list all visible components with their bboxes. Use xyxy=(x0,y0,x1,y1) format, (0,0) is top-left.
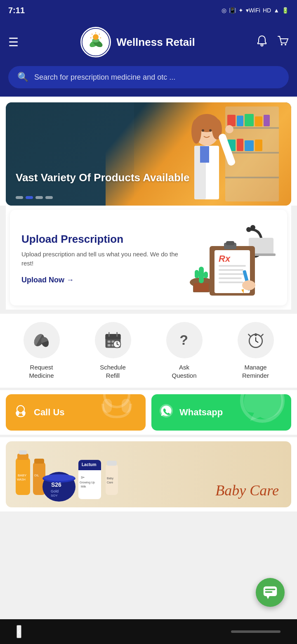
svg-point-36 xyxy=(209,129,212,132)
schedule-refill-label: ScheduleRefill xyxy=(100,363,126,379)
baby-products-svg: BABY WASH OIL S26 Gold SOY Lactum 3+ xyxy=(12,445,135,503)
svg-marker-124 xyxy=(266,596,269,599)
whatsapp-icon-svg xyxy=(159,403,174,418)
svg-text:3+: 3+ xyxy=(81,476,85,479)
upload-section: Upload Prescription Upload prescription … xyxy=(6,206,291,310)
baby-care-banner[interactable]: BABY WASH OIL S26 Gold SOY Lactum 3+ xyxy=(6,441,291,507)
dot-4[interactable] xyxy=(45,196,53,199)
svg-line-8 xyxy=(92,34,93,35)
svg-rect-46 xyxy=(219,265,246,267)
dot-3[interactable] xyxy=(35,196,43,199)
svg-point-61 xyxy=(242,280,255,290)
upload-now-button[interactable]: Upload Now → xyxy=(21,276,185,284)
request-medicine-label: RequestMedicine xyxy=(29,363,54,379)
chat-fab-button[interactable] xyxy=(256,578,285,607)
svg-rect-18 xyxy=(237,116,243,126)
upload-title: Upload Prescription xyxy=(21,233,185,246)
svg-rect-60 xyxy=(204,272,208,278)
chat-fab-icon xyxy=(263,585,278,600)
hero-banner: Vast Variety Of Products Available xyxy=(6,102,291,206)
vibrate-icon: 📳 xyxy=(229,7,236,14)
svg-rect-50 xyxy=(219,282,243,283)
cart-button[interactable] xyxy=(276,35,289,50)
svg-point-11 xyxy=(281,44,283,45)
logo-container: Wellness Retail xyxy=(79,26,195,59)
search-icon: 🔍 xyxy=(17,72,28,83)
calendar-icon xyxy=(104,331,122,349)
request-medicine-icon xyxy=(24,322,60,358)
pills-icon xyxy=(33,331,51,349)
status-time: 7:11 xyxy=(8,6,25,15)
ask-question-icon: ? xyxy=(166,322,203,358)
svg-point-28 xyxy=(191,119,201,144)
wifi-icon: ▾WiFi xyxy=(246,7,260,14)
svg-rect-20 xyxy=(255,116,262,126)
upload-content: Upload Prescription Upload prescription … xyxy=(21,233,185,284)
alarm-icon xyxy=(247,331,265,349)
whatsapp-button[interactable]: Whatsapp xyxy=(151,394,291,431)
svg-line-6 xyxy=(99,34,100,35)
question-icon: ? xyxy=(175,331,193,349)
dot-1[interactable] xyxy=(16,196,23,199)
svg-rect-16 xyxy=(225,177,279,178)
svg-line-84 xyxy=(248,334,250,336)
dot-2[interactable] xyxy=(26,196,33,199)
action-schedule-refill[interactable]: ScheduleRefill xyxy=(84,322,142,379)
svg-text:SOY: SOY xyxy=(51,494,58,497)
svg-text:Lactum: Lactum xyxy=(82,462,97,467)
call-us-button[interactable]: Call Us xyxy=(6,394,146,431)
svg-rect-123 xyxy=(265,591,272,593)
call-bg-icon xyxy=(92,394,141,431)
svg-text:Care: Care xyxy=(107,481,113,484)
home-indicator[interactable] xyxy=(231,630,280,633)
svg-rect-15 xyxy=(225,152,279,154)
action-ask-question[interactable]: ? AskQuestion xyxy=(156,322,213,379)
whatsapp-bg-svg xyxy=(238,394,287,425)
status-icons: ◎ 📳 ✦ ▾WiFi HD ▲ 🔋 xyxy=(222,7,289,14)
banner-text: Vast Variety Of Products Available xyxy=(16,171,189,185)
svg-text:Gold: Gold xyxy=(51,489,59,493)
upload-card: Upload Prescription Upload prescription … xyxy=(10,210,287,305)
svg-rect-23 xyxy=(237,139,243,151)
upload-description: Upload prescription and tell us what you… xyxy=(21,250,185,268)
svg-rect-59 xyxy=(195,270,199,278)
logo-svg xyxy=(81,28,110,57)
svg-rect-98 xyxy=(19,450,27,455)
search-bar[interactable]: 🔍 Search for prescription medicine and o… xyxy=(8,66,289,88)
actions-grid: RequestMedicine xyxy=(6,322,291,379)
svg-rect-57 xyxy=(194,283,209,291)
svg-rect-122 xyxy=(265,589,275,590)
header-actions xyxy=(256,35,289,50)
svg-point-12 xyxy=(285,44,286,45)
svg-point-106 xyxy=(43,474,75,481)
svg-text:Rx: Rx xyxy=(219,253,231,264)
back-button[interactable]: ‹ xyxy=(16,625,21,638)
svg-line-85 xyxy=(261,334,263,336)
svg-rect-118 xyxy=(107,461,117,466)
signal-icon: ▲ xyxy=(273,7,279,14)
svg-point-34 xyxy=(225,125,233,133)
svg-point-35 xyxy=(202,129,204,132)
svg-text:?: ? xyxy=(179,332,188,348)
bottom-navigation: ‹ xyxy=(0,619,297,644)
hd-badge: HD xyxy=(263,7,271,14)
baby-care-text: Baby Care xyxy=(215,482,279,499)
whatsapp-icon xyxy=(159,403,174,421)
svg-rect-49 xyxy=(219,277,242,279)
notification-button[interactable] xyxy=(256,35,268,50)
svg-point-4 xyxy=(93,34,99,40)
svg-rect-24 xyxy=(245,140,254,151)
svg-rect-48 xyxy=(219,273,245,275)
menu-button[interactable]: ☰ xyxy=(8,36,19,49)
contact-section: Call Us Whatsapp xyxy=(0,390,297,435)
svg-rect-52 xyxy=(226,241,234,245)
svg-rect-19 xyxy=(245,114,254,126)
manage-reminder-label: ManageReminder xyxy=(242,363,269,379)
svg-rect-68 xyxy=(105,338,120,339)
action-request-medicine[interactable]: RequestMedicine xyxy=(13,322,71,379)
banner-section: Vast Variety Of Products Available xyxy=(0,97,297,206)
svg-rect-71 xyxy=(107,341,110,343)
svg-text:S26: S26 xyxy=(51,481,61,488)
action-manage-reminder[interactable]: ManageReminder xyxy=(227,322,285,379)
svg-point-10 xyxy=(261,44,263,46)
